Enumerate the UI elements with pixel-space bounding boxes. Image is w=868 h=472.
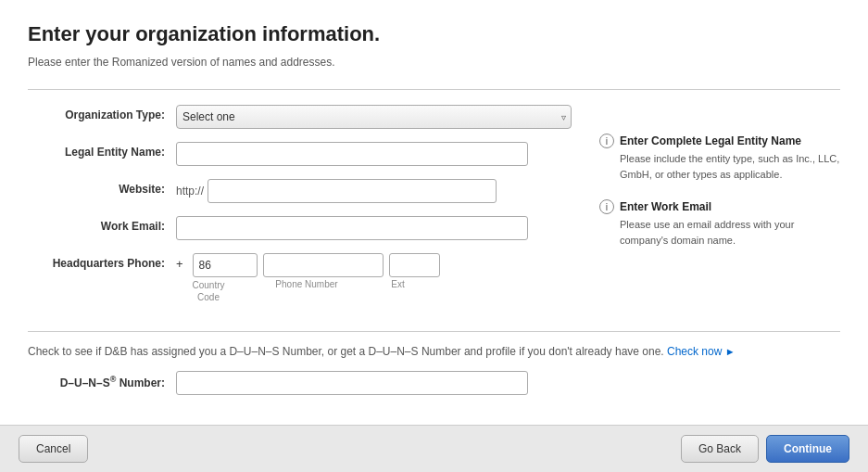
website-input[interactable] <box>208 179 497 203</box>
phone-number-label: Phone Number <box>246 279 367 303</box>
work-email-help: i Enter Work Email Please use an email a… <box>599 198 840 248</box>
duns-row: D–U–N–S® Number: <box>28 371 840 395</box>
legal-name-input[interactable] <box>176 142 528 166</box>
duns-notice-text: Check to see if D&B has assigned you a D… <box>28 345 664 358</box>
legal-name-help-text: Enter Complete Legal Entity Name Please … <box>620 133 840 182</box>
org-type-row: Organization Type: Select one ▿ <box>28 105 572 129</box>
top-divider <box>28 89 840 90</box>
work-email-control <box>176 216 572 240</box>
hq-phone-label: Headquarters Phone: <box>28 253 176 270</box>
website-label: Website: <box>28 179 176 196</box>
work-email-label: Work Email: <box>28 216 176 233</box>
legal-name-label: Legal Entity Name: <box>28 142 176 159</box>
org-type-select[interactable]: Select one <box>176 105 572 129</box>
phone-number-input[interactable] <box>263 253 384 277</box>
phone-ext-label: Ext <box>372 279 423 303</box>
work-email-help-icon: i <box>599 199 614 214</box>
work-email-row: Work Email: <box>28 216 572 240</box>
website-control: http:// <box>176 179 572 203</box>
right-buttons: Go Back Continue <box>681 435 849 463</box>
legal-name-help-desc: Please include the entity type, such as … <box>620 153 839 180</box>
legal-name-row: Legal Entity Name: <box>28 142 572 166</box>
legal-name-help: i Enter Complete Legal Entity Name Pleas… <box>599 133 840 182</box>
duns-check-arrow: ► <box>725 346 736 357</box>
hq-phone-control: + CountryCode Phone Number Ext <box>176 253 572 303</box>
phone-ext-input[interactable] <box>389 253 440 277</box>
http-prefix: http:// <box>176 185 204 198</box>
section-divider <box>28 331 840 332</box>
hq-phone-row: Headquarters Phone: + CountryCode Phone … <box>28 253 572 303</box>
plus-sign: + <box>176 253 183 271</box>
legal-name-help-title: Enter Complete Legal Entity Name <box>620 133 840 149</box>
legal-name-control <box>176 142 572 166</box>
duns-control <box>176 371 840 395</box>
work-email-help-title: Enter Work Email <box>620 198 840 215</box>
work-email-help-desc: Please use an email address with your co… <box>620 219 794 246</box>
duns-label: D–U–N–S® Number: <box>28 371 176 389</box>
form-fields: Organization Type: Select one ▿ Legal En… <box>28 105 572 316</box>
form-section: Organization Type: Select one ▿ Legal En… <box>28 105 840 316</box>
page-subtitle: Please enter the Romanized version of na… <box>28 56 840 69</box>
org-type-select-wrapper: Select one ▿ <box>176 105 572 129</box>
work-email-input[interactable] <box>176 216 528 240</box>
duns-notice: Check to see if D&B has assigned you a D… <box>28 345 840 358</box>
duns-check-link[interactable]: Check now <box>667 345 722 358</box>
page-title: Enter your organization information. <box>28 22 840 46</box>
cancel-button[interactable]: Cancel <box>19 435 88 463</box>
main-content: Enter your organization information. Ple… <box>0 0 868 425</box>
legal-name-help-icon: i <box>599 134 614 148</box>
phone-labels-row: CountryCode Phone Number Ext <box>176 279 572 303</box>
duns-input[interactable] <box>176 371 528 395</box>
website-row: Website: http:// <box>28 179 572 203</box>
phone-inputs-row: + <box>176 253 572 277</box>
help-section: i Enter Complete Legal Entity Name Pleas… <box>599 105 840 316</box>
continue-button[interactable]: Continue <box>766 435 849 463</box>
work-email-help-text: Enter Work Email Please use an email add… <box>620 198 840 248</box>
go-back-button[interactable]: Go Back <box>681 435 759 463</box>
bottom-bar: Cancel Go Back Continue <box>0 425 868 472</box>
phone-country-input[interactable] <box>193 253 258 277</box>
page-container: Enter your organization information. Ple… <box>0 0 868 472</box>
country-code-label: CountryCode <box>176 279 241 303</box>
org-type-label: Organization Type: <box>28 105 176 121</box>
